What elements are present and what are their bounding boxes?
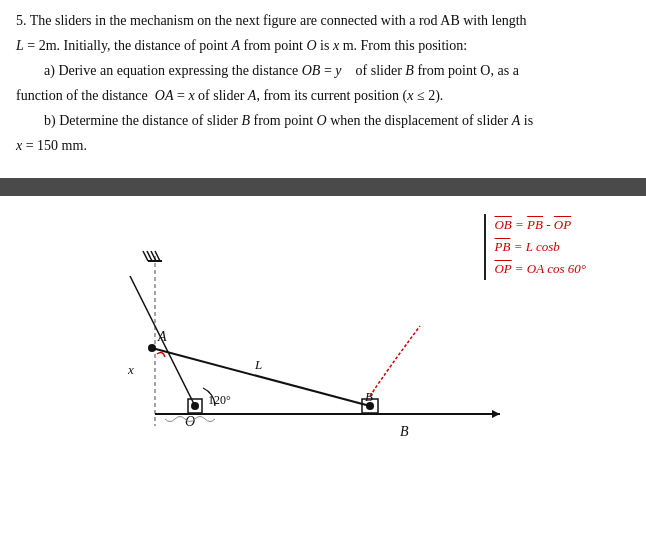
problem-part-a: a) Derive an equation expressing the dis… <box>16 60 630 81</box>
problem-part-b: b) Determine the distance of slider B fr… <box>16 110 630 131</box>
point-a-dot <box>148 344 156 352</box>
problem-line1: 5. The sliders in the mechanism on the n… <box>16 10 630 31</box>
problem-part-b-cont: x = 150 mm. <box>16 135 630 156</box>
point-b-bottom-label: B <box>400 424 409 439</box>
point-b-dot <box>366 402 374 410</box>
l-label: L <box>254 357 262 372</box>
problem-part-a-cont: function of the distance OA = x of slide… <box>16 85 630 106</box>
diagram-area: OB = PB - OP PB = L cosb OP = OA cos 60°… <box>0 196 646 456</box>
point-a-label: A <box>157 329 167 344</box>
problem-text: 5. The sliders in the mechanism on the n… <box>0 0 646 170</box>
angle-label: 120° <box>208 393 231 407</box>
x-label: x <box>127 362 134 377</box>
divider-bar <box>0 178 646 196</box>
svg-marker-2 <box>492 410 500 418</box>
problem-line2: L = 2m. Initially, the distance of point… <box>16 35 630 56</box>
point-b-upper-label: B <box>365 389 373 404</box>
point-o-dot <box>191 402 199 410</box>
diagram-svg: A B O B x L 120° <box>0 196 646 456</box>
